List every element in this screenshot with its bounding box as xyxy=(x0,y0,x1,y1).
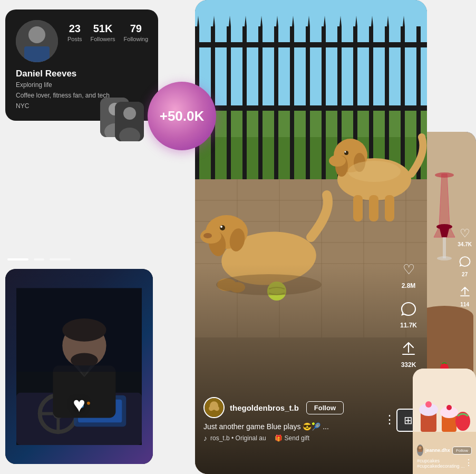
car-card-background: ♥ xyxy=(5,269,153,464)
svg-rect-92 xyxy=(369,195,378,221)
tiktok-actions: ♡ 2.8M 11.7K 332K xyxy=(397,258,420,369)
story-dot-1[interactable] xyxy=(7,258,28,260)
svg-rect-47 xyxy=(258,26,263,179)
tiktok-main-video[interactable]: ♡ 2.8M 11.7K 332K ⊞ xyxy=(195,0,427,474)
right-comment-button[interactable]: 27 xyxy=(459,256,471,277)
like-icon[interactable]: ♥ xyxy=(73,393,85,417)
creator-avatar[interactable] xyxy=(203,397,225,418)
send-gift[interactable]: 🎁 Send gift xyxy=(275,434,309,442)
svg-rect-51 xyxy=(322,26,326,179)
bottom-right-user-row: jeanne.dhx Follow xyxy=(417,444,472,456)
right-heart-icon: ♡ xyxy=(460,227,470,240)
svg-point-80 xyxy=(220,225,225,230)
svg-rect-56 xyxy=(401,26,405,179)
follower-avatars xyxy=(100,98,142,134)
avatar xyxy=(16,20,58,62)
bottom-right-card[interactable]: jeanne.dhx Follow #cupcakes #cupcakedeco… xyxy=(413,369,476,474)
svg-rect-59 xyxy=(195,105,427,111)
svg-rect-45 xyxy=(227,26,231,179)
svg-rect-55 xyxy=(385,26,389,179)
svg-rect-91 xyxy=(353,195,363,221)
posts-label: Posts xyxy=(67,36,82,42)
stat-following: 79 Following xyxy=(124,22,148,42)
comment-button[interactable]: 11.7K xyxy=(397,298,420,329)
bottom-right-caption: #cupcakes #cupcakedecorating ... xyxy=(417,458,472,469)
share-icon xyxy=(397,337,420,360)
svg-point-81 xyxy=(220,226,222,228)
right-share-icon xyxy=(459,286,471,301)
svg-rect-58 xyxy=(195,42,427,47)
svg-point-108 xyxy=(437,256,452,260)
car-interior xyxy=(5,269,153,464)
svg-point-100 xyxy=(209,406,213,411)
music-info: ♪ ros_t.b • Original au 🎁 Send gift xyxy=(203,434,385,442)
svg-point-79 xyxy=(203,233,212,238)
right-side-actions: ♡ 34.7K 27 114 xyxy=(458,227,472,307)
right-share-count: 114 xyxy=(460,302,469,307)
svg-rect-46 xyxy=(242,26,247,179)
svg-point-105 xyxy=(435,172,454,178)
stat-posts: 23 Posts xyxy=(67,22,82,42)
heart-icon: ♡ xyxy=(397,258,420,280)
tiktok-main-background: ♡ 2.8M 11.7K 332K ⊞ xyxy=(195,0,427,474)
comment-icon xyxy=(397,298,420,320)
posts-count: 23 xyxy=(69,22,81,35)
story-dot-3[interactable] xyxy=(50,258,71,260)
tiktok-bottom-info: thegoldenbros_t.b Follow Just another ga… xyxy=(203,397,385,442)
right-comment-icon xyxy=(459,256,471,270)
story-dot-2[interactable] xyxy=(34,258,44,260)
svg-point-118 xyxy=(425,401,432,408)
comment-count: 11.7K xyxy=(400,322,417,329)
right-like-count: 34.7K xyxy=(458,241,472,247)
following-count: 79 xyxy=(130,22,142,35)
story-dots xyxy=(7,258,71,260)
right-like-button[interactable]: ♡ 34.7K xyxy=(458,227,472,247)
like-button[interactable]: ♡ 2.8M xyxy=(397,258,420,289)
bubble-count: +50.0K xyxy=(160,108,205,124)
svg-point-101 xyxy=(215,406,219,411)
follower-bubble-wrap: +50.0K xyxy=(100,82,216,150)
profile-top: 23 Posts 51K Followers 79 Following xyxy=(16,20,148,62)
car-video-card[interactable]: ♥ xyxy=(5,269,153,464)
svg-point-90 xyxy=(345,151,346,153)
followers-label: Followers xyxy=(91,36,115,42)
share-button[interactable]: 332K xyxy=(397,337,420,369)
profile-stats: 23 Posts 51K Followers 79 Following xyxy=(67,20,148,42)
svg-rect-107 xyxy=(443,237,446,258)
stat-followers: 51K Followers xyxy=(91,22,115,42)
following-label: Following xyxy=(124,36,148,42)
svg-rect-93 xyxy=(385,195,394,221)
right-share-button[interactable]: 114 xyxy=(459,286,471,307)
svg-point-88 xyxy=(329,155,346,167)
music-text: ros_t.b • Original au xyxy=(210,434,266,442)
svg-point-8 xyxy=(123,107,136,120)
svg-rect-97 xyxy=(195,264,427,474)
bottom-right-background: jeanne.dhx Follow #cupcakes #cupcakedeco… xyxy=(413,369,476,474)
user-row: thegoldenbros_t.b Follow xyxy=(203,397,385,418)
svg-rect-50 xyxy=(306,26,310,179)
followers-count: 51K xyxy=(93,22,113,35)
profile-name: Daniel Reeves xyxy=(16,69,148,79)
music-note-icon: ♪ xyxy=(203,434,207,442)
like-count: 2.8M xyxy=(402,282,416,289)
bottom-right-follow-button[interactable]: Follow xyxy=(452,447,472,454)
svg-point-124 xyxy=(419,447,421,449)
video-caption: Just another game Blue plays 😎🎾 ... xyxy=(203,422,385,431)
bottom-right-info: jeanne.dhx Follow #cupcakes #cupcakedeco… xyxy=(417,444,472,469)
more-options-icon[interactable]: ⋮ xyxy=(384,413,395,427)
svg-point-1 xyxy=(28,26,45,43)
svg-rect-49 xyxy=(290,26,294,179)
svg-rect-54 xyxy=(369,26,373,179)
follow-button[interactable]: Follow xyxy=(306,401,344,414)
bottom-right-username: jeanne.dhx xyxy=(425,448,450,453)
svg-point-94 xyxy=(348,161,401,182)
follower-avatar-2 xyxy=(115,102,144,141)
bottom-right-avatar xyxy=(417,444,423,456)
pink-bubble: +50.0K xyxy=(148,82,216,150)
gift-label: Send gift xyxy=(285,434,309,442)
svg-point-121 xyxy=(446,405,452,410)
svg-rect-48 xyxy=(274,26,278,179)
svg-point-28 xyxy=(87,401,90,404)
svg-rect-3 xyxy=(24,46,50,62)
share-count: 332K xyxy=(401,361,416,369)
